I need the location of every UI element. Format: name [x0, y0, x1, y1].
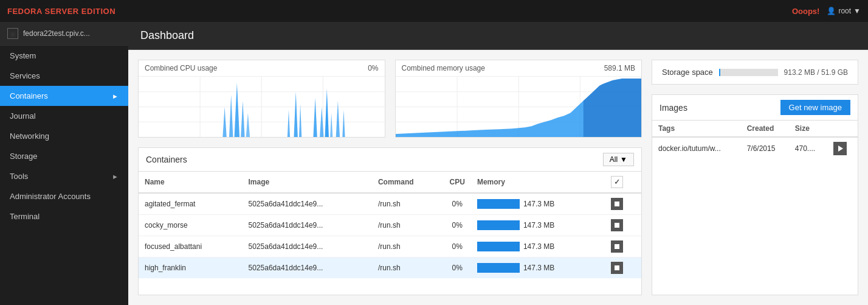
sidebar-item-system[interactable]: System [0, 46, 128, 66]
sidebar-item-tools[interactable]: Tools ► [0, 166, 128, 186]
svg-marker-7 [229, 95, 233, 137]
table-header-row: Name Image Command CPU Memory ✓ [139, 172, 641, 193]
container-action [605, 193, 641, 215]
container-image: 5025a6da41ddc14e9... [243, 215, 372, 236]
table-row: cocky_morse 5025a6da41ddc14e9... /run.sh… [139, 215, 641, 236]
storage-bar-fill [719, 69, 720, 76]
container-command: /run.sh [372, 258, 444, 279]
col-image: Image [243, 172, 372, 193]
container-memory: 147.3 MB [471, 236, 605, 258]
svg-marker-19 [342, 110, 345, 137]
top-bar: FEDORA SERVER EDITION Ooops! 👤 root ▼ [0, 0, 868, 22]
images-table: Tags Created Size docker.io/tutum/w... 7… [652, 121, 858, 160]
image-tags: docker.io/tutum/w... [652, 137, 741, 160]
sidebar-item-storage-label: Storage [10, 152, 38, 161]
container-image: 5025a6da41ddc14e9... [243, 193, 372, 215]
sidebar-item-terminal-label: Terminal [10, 212, 40, 221]
container-image: 5025a6da41ddc14e9... [243, 236, 372, 258]
svg-marker-9 [241, 101, 244, 137]
col-actions: ✓ [605, 172, 641, 193]
sidebar-item-system-label: System [10, 51, 36, 60]
ooops-button[interactable]: Ooops! [792, 7, 820, 16]
main-layout: ▣ fedora22test.cpiv.c... System Services… [0, 22, 868, 305]
container-name: agitated_fermat [139, 193, 243, 215]
container-memory: 147.3 MB [471, 258, 605, 279]
stop-button[interactable] [611, 219, 623, 231]
container-cpu: 0% [444, 258, 471, 279]
containers-table-container: Name Image Command CPU Memory ✓ [139, 172, 641, 295]
storage-bar [719, 69, 778, 76]
sidebar: ▣ fedora22test.cpiv.c... System Services… [0, 22, 128, 305]
host-icon: ▣ [7, 28, 18, 39]
content-body: Combined CPU usage 0% [128, 50, 868, 305]
stop-button[interactable] [611, 262, 623, 274]
sidebar-item-tools-label: Tools [10, 172, 28, 181]
table-row: agitated_fermat 5025a6da41ddc14e9... /ru… [139, 193, 641, 215]
images-title: Images [660, 103, 687, 113]
container-name: high_franklin [139, 258, 243, 279]
sidebar-item-containers[interactable]: Containers ► [0, 86, 128, 106]
sidebar-item-networking[interactable]: Networking [0, 126, 128, 146]
container-command: /run.sh [372, 215, 444, 236]
svg-marker-8 [235, 83, 240, 137]
host-name: fedora22test.cpiv.c... [23, 29, 90, 38]
storage-value: 913.2 MB / 51.9 GB [784, 68, 848, 77]
stop-icon [615, 223, 619, 228]
container-command: /run.sh [372, 193, 444, 215]
containers-table: Name Image Command CPU Memory ✓ [139, 172, 641, 278]
sidebar-item-storage[interactable]: Storage [0, 146, 128, 166]
col-cpu: CPU [444, 172, 471, 193]
content-area: Dashboard Combined CPU usage 0% [128, 22, 868, 305]
images-header-row: Tags Created Size [652, 121, 858, 137]
containers-panel-title: Containers [146, 155, 187, 164]
memory-bar [477, 199, 520, 209]
svg-marker-18 [336, 101, 340, 137]
container-name: focused_albattani [139, 236, 243, 258]
get-new-image-button[interactable]: Get new image [780, 100, 850, 115]
memory-value: 147.3 MB [523, 200, 554, 208]
images-col-created: Created [741, 121, 789, 137]
containers-panel-header: Containers All ▼ [139, 148, 641, 172]
sidebar-item-services[interactable]: Services [0, 66, 128, 86]
cpu-chart-widget: Combined CPU usage 0% [138, 60, 385, 138]
cpu-chart-value: 0% [368, 64, 378, 72]
memory-bar [477, 263, 520, 273]
cpu-chart-label: Combined CPU usage [145, 64, 217, 72]
filter-button[interactable]: All ▼ [603, 153, 634, 166]
filter-chevron-icon: ▼ [620, 155, 627, 164]
user-menu[interactable]: 👤 root ▼ [827, 7, 861, 15]
container-action [605, 215, 641, 236]
memory-chart-header: Combined memory usage 589.1 MB [396, 60, 642, 76]
images-col-size: Size [789, 121, 827, 137]
container-command: /run.sh [372, 236, 444, 258]
images-header: Images Get new image [652, 95, 858, 121]
tools-chevron-icon: ► [112, 173, 119, 180]
sidebar-item-containers-label: Containers [10, 91, 48, 100]
sidebar-item-admin-accounts[interactable]: Administrator Accounts [0, 186, 128, 206]
memory-bar [477, 220, 520, 230]
chevron-right-icon: ► [112, 93, 119, 100]
images-col-tags: Tags [652, 121, 741, 137]
cpu-chart-header: Combined CPU usage 0% [139, 60, 385, 76]
top-bar-right: Ooops! 👤 root ▼ [792, 7, 861, 16]
container-action [605, 236, 641, 258]
play-button[interactable] [833, 142, 847, 155]
memory-chart-svg [396, 77, 642, 137]
stop-button[interactable] [611, 240, 623, 253]
memory-chart-label: Combined memory usage [402, 64, 485, 72]
memory-value: 147.3 MB [523, 264, 554, 272]
container-image: 5025a6da41ddc14e9... [243, 258, 372, 279]
svg-marker-11 [288, 110, 290, 137]
brand-suffix: SERVER EDITION [45, 7, 116, 16]
sidebar-item-terminal[interactable]: Terminal [0, 206, 128, 226]
select-all-button[interactable]: ✓ [611, 176, 623, 188]
memory-value: 147.3 MB [523, 242, 554, 251]
sidebar-item-journal[interactable]: Journal [0, 106, 128, 126]
storage-label: Storage space [662, 68, 713, 77]
memory-chart-value: 589.1 MB [604, 64, 635, 72]
container-cpu: 0% [444, 236, 471, 258]
stop-icon [615, 265, 619, 270]
stop-button[interactable] [611, 198, 623, 210]
container-action [605, 258, 641, 279]
memory-chart-area [396, 76, 642, 137]
